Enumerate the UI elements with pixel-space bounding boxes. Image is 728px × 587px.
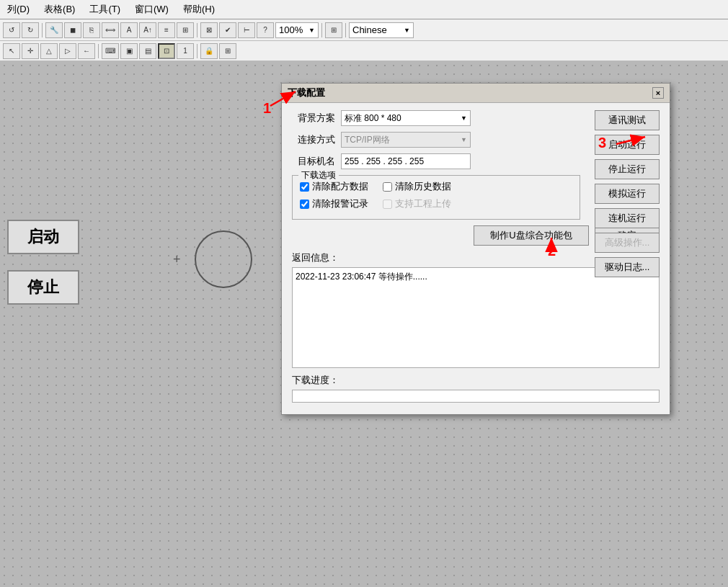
checkbox-row2: 清除报警记录 支持工程上传	[300, 197, 572, 210]
chk3-item: 清除报警记录	[300, 197, 368, 210]
tb2-btn7[interactable]: ⊞	[219, 43, 236, 59]
return-info-text: 2022-11-23 23:06:47 等待操作......	[296, 272, 427, 282]
menu-table[interactable]: 表格(B)	[40, 1, 79, 17]
plus-sign: +	[173, 252, 181, 267]
tb2-arrow[interactable]: ←	[78, 43, 95, 59]
right-buttons: 通讯测试 启动运行 停止运行 模拟运行 连机运行 高级操作... 驱动日志...	[595, 110, 660, 277]
tb-stone[interactable]: ◼	[64, 22, 81, 38]
dialog-titlebar: 下载配置 ×	[282, 84, 670, 103]
bg-scheme-combo[interactable]: 标准 800 * 480 ▼	[341, 110, 471, 126]
zoom-combo[interactable]: 100% ▼	[275, 22, 319, 38]
connect-arrow: ▼	[461, 136, 467, 143]
chk4-checkbox[interactable]	[383, 200, 392, 209]
zoom-value: 100%	[279, 24, 303, 35]
target-input[interactable]	[341, 153, 471, 169]
chk3-checkbox[interactable]	[300, 200, 309, 209]
sim-run-button[interactable]: 模拟运行	[595, 184, 660, 204]
online-run-button[interactable]: 连机运行	[595, 208, 660, 228]
tb-copy[interactable]: ⎘	[83, 22, 100, 38]
bg-scheme-label: 背景方案	[292, 112, 335, 125]
sep3	[321, 23, 322, 37]
dialog-title: 下载配置	[288, 86, 325, 99]
chk1-item: 清除配方数据	[300, 180, 368, 193]
chk2-checkbox[interactable]	[383, 182, 392, 192]
sep2	[197, 23, 197, 37]
tb2-btn3[interactable]: ▤	[139, 43, 156, 59]
tb-grid[interactable]: ⊠	[200, 22, 218, 38]
connect-value: TCP/IP网络	[345, 134, 390, 146]
menu-bar: 列(D) 表格(B) 工具(T) 窗口(W) 帮助(H)	[0, 0, 728, 19]
tb-redo[interactable]: ↻	[22, 22, 39, 38]
toolbar-row2: ↖ ✛ △ ▷ ← ⌨ ▣ ▤ ⊡ 1 🔒 ⊞	[0, 41, 728, 61]
chk2-label: 清除历史数据	[395, 180, 451, 193]
menu-tools[interactable]: 工具(T)	[85, 1, 125, 17]
tb-db[interactable]: ⊞	[325, 22, 342, 38]
start-button[interactable]: 启动	[7, 220, 79, 254]
bg-scheme-arrow: ▼	[461, 115, 467, 122]
start-run-button[interactable]: 启动运行	[595, 135, 660, 155]
tb-wrench[interactable]: 🔧	[45, 22, 63, 38]
tb2-btn2[interactable]: ▣	[120, 43, 138, 59]
checkbox-row1: 清除配方数据 清除历史数据	[300, 180, 572, 193]
stop-button[interactable]: 停止	[7, 270, 79, 305]
tb-table[interactable]: ⊞	[177, 22, 194, 38]
tb2-btn4[interactable]: ⊡	[158, 43, 175, 59]
tb2-tri[interactable]: △	[40, 43, 58, 59]
progress-bar-container	[292, 390, 660, 403]
menu-window[interactable]: 窗口(W)	[130, 1, 173, 17]
tb2-btn5[interactable]: 1	[177, 43, 194, 59]
bg-scheme-value: 标准 800 * 480	[345, 112, 401, 125]
lang-combo[interactable]: Chinese ▼	[349, 22, 414, 38]
connect-combo[interactable]: TCP/IP网络 ▼	[341, 132, 471, 148]
zoom-arrow: ▼	[308, 27, 315, 34]
lang-arrow: ▼	[404, 27, 410, 34]
tb-pipe[interactable]: ⊢	[238, 22, 255, 38]
return-info-box: 2022-11-23 23:06:47 等待操作......	[292, 267, 660, 368]
sep1	[42, 23, 43, 37]
progress-label: 下载进度：	[292, 374, 660, 387]
tb2-sel[interactable]: ↖	[3, 43, 20, 59]
tb-mirror[interactable]: ⟺	[102, 22, 119, 38]
download-options-group: 下载选项 清除配方数据 清除历史数据 清除报警记录	[292, 175, 580, 220]
download-dialog: 下载配置 × 通讯测试 启动运行 停止运行 模拟运行 连机运行 高级操作... …	[281, 83, 670, 415]
chk1-checkbox[interactable]	[300, 182, 309, 192]
sep5	[98, 44, 99, 58]
tb2-move[interactable]: ✛	[22, 43, 39, 59]
chk4-item: 支持工程上传	[383, 197, 451, 210]
target-label: 目标机名	[292, 155, 335, 168]
sep6	[197, 44, 197, 58]
tb2-btn1[interactable]: ⌨	[102, 43, 119, 59]
tb-textA[interactable]: A↑	[139, 22, 156, 38]
main-canvas: 启动 停止 + 下载配置 × 通讯测试 启动运行 停止运行 模拟运行 连机运行 …	[0, 61, 728, 587]
advanced-button[interactable]: 高级操作...	[595, 233, 660, 253]
chk2-item: 清除历史数据	[383, 180, 451, 193]
circle-shape	[195, 230, 252, 288]
dialog-body: 通讯测试 启动运行 停止运行 模拟运行 连机运行 高级操作... 驱动日志...…	[282, 103, 670, 414]
tb2-tri2[interactable]: ▷	[59, 43, 76, 59]
menu-help[interactable]: 帮助(H)	[179, 1, 219, 17]
tb-text[interactable]: A	[120, 22, 138, 38]
drive-log-button[interactable]: 驱动日志...	[595, 257, 660, 277]
toolbar-row1: ↺ ↻ 🔧 ◼ ⎘ ⟺ A A↑ ≡ ⊞ ⊠ ✔ ⊢ ? 100% ▼ ⊞ Ch…	[0, 19, 728, 41]
connect-label: 连接方式	[292, 133, 335, 146]
stop-run-button[interactable]: 停止运行	[595, 159, 660, 179]
comm-test-button[interactable]: 通讯测试	[595, 110, 660, 130]
menu-columns[interactable]: 列(D)	[3, 1, 34, 17]
dialog-close-button[interactable]: ×	[652, 87, 664, 99]
lang-value: Chinese	[352, 24, 387, 35]
tb-undo[interactable]: ↺	[3, 22, 20, 38]
chk3-label: 清除报警记录	[312, 197, 368, 210]
make-usb-button[interactable]: 制作U盘综合功能包	[474, 225, 589, 246]
svg-text:1: 1	[263, 100, 271, 116]
chk1-label: 清除配方数据	[312, 180, 368, 193]
tb-align[interactable]: ≡	[158, 22, 175, 38]
sep4	[345, 23, 346, 37]
tb-check[interactable]: ✔	[219, 22, 236, 38]
tb2-btn6[interactable]: 🔒	[200, 43, 218, 59]
chk4-label: 支持工程上传	[395, 197, 451, 210]
tb-question[interactable]: ?	[257, 22, 274, 38]
options-legend: 下载选项	[298, 169, 339, 182]
